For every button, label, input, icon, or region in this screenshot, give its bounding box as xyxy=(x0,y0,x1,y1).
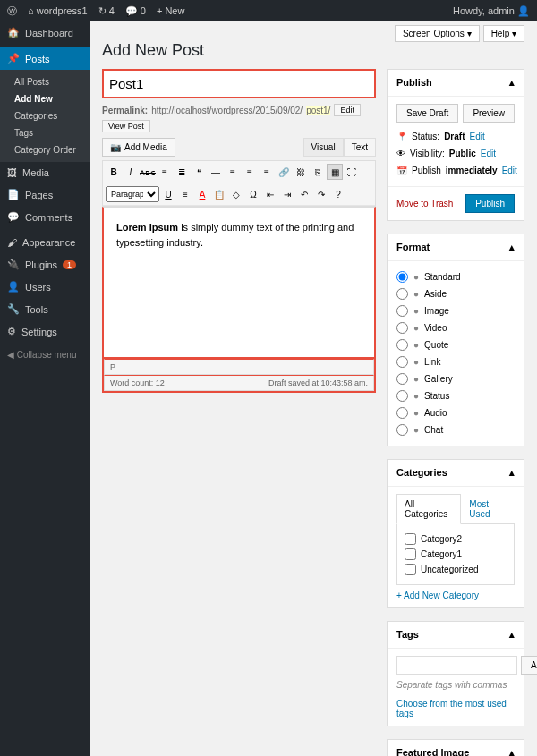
bold-button[interactable]: B xyxy=(106,164,122,180)
screen-options-button[interactable]: Screen Options ▾ xyxy=(395,25,480,42)
categories-box: Categories▴ All Categories Most Used Cat… xyxy=(387,459,524,608)
paste-button[interactable]: 📋 xyxy=(211,186,227,202)
menu-comments[interactable]: 💬 Comments xyxy=(0,206,90,228)
submenu-add-new[interactable]: Add New xyxy=(0,90,90,107)
submenu-all-posts[interactable]: All Posts xyxy=(0,73,90,90)
preview-button[interactable]: Preview xyxy=(463,104,515,123)
edit-visibility-link[interactable]: Edit xyxy=(481,149,496,158)
align-center-button[interactable]: ≡ xyxy=(242,164,258,180)
menu-settings[interactable]: ⚙ Settings xyxy=(0,320,90,343)
more-button[interactable]: ⎘ xyxy=(310,164,326,180)
tags-box-header[interactable]: Tags▴ xyxy=(388,622,524,649)
save-draft-button[interactable]: Save Draft xyxy=(396,104,458,123)
submenu-tags[interactable]: Tags xyxy=(0,124,90,141)
submenu-categories[interactable]: Categories xyxy=(0,107,90,124)
ul-button[interactable]: ≡ xyxy=(157,164,173,180)
format-option-link[interactable]: ● Link xyxy=(396,353,515,370)
post-title-input[interactable] xyxy=(102,69,376,98)
most-used-tab[interactable]: Most Used xyxy=(461,494,515,524)
format-option-audio[interactable]: ● Audio xyxy=(396,404,515,421)
hr-button[interactable]: — xyxy=(208,164,224,180)
menu-media[interactable]: 🖼 Media xyxy=(0,162,90,183)
format-option-standard[interactable]: ● Standard xyxy=(396,268,515,285)
category-uncategorized[interactable]: Uncategorized xyxy=(405,562,507,577)
textcolor-button[interactable]: A xyxy=(194,186,210,202)
add-category-link[interactable]: + Add New Category xyxy=(396,590,479,600)
element-path: P xyxy=(110,362,115,371)
format-option-video[interactable]: ● Video xyxy=(396,319,515,336)
text-tab[interactable]: Text xyxy=(344,138,376,157)
new-link[interactable]: + New xyxy=(157,5,185,16)
edit-status-link[interactable]: Edit xyxy=(469,132,484,141)
tags-box: Tags▴ Add Separate tags with commas Choo… xyxy=(387,621,524,726)
help-button[interactable]: Help ▾ xyxy=(483,25,524,42)
tag-input[interactable] xyxy=(396,656,517,675)
special-char-button[interactable]: Ω xyxy=(245,186,261,202)
word-count: Word count: 12 xyxy=(110,378,165,387)
wp-logo-icon[interactable]: ⓦ xyxy=(7,4,17,18)
categories-box-header[interactable]: Categories▴ xyxy=(388,460,524,487)
collapse-menu[interactable]: ◀ Collapse menu xyxy=(0,343,90,367)
all-categories-tab[interactable]: All Categories xyxy=(396,494,461,524)
align-left-button[interactable]: ≡ xyxy=(225,164,241,180)
menu-tools[interactable]: 🔧 Tools xyxy=(0,298,90,320)
justify-button[interactable]: ≡ xyxy=(177,186,193,202)
format-option-gallery[interactable]: ● Gallery xyxy=(396,370,515,387)
outdent-button[interactable]: ⇤ xyxy=(262,186,278,202)
menu-appearance[interactable]: 🖌 Appearance xyxy=(0,232,90,253)
fullscreen-button[interactable]: ⛶ xyxy=(344,164,360,180)
add-tag-button[interactable]: Add xyxy=(521,656,537,675)
quote-button[interactable]: ❝ xyxy=(191,164,207,180)
visual-tab[interactable]: Visual xyxy=(303,138,344,157)
view-post-button[interactable]: View Post xyxy=(102,120,150,132)
site-link[interactable]: ⌂ wordpress1 xyxy=(28,5,88,16)
add-media-button[interactable]: 📷 Add Media xyxy=(102,138,175,157)
autosave-status: Draft saved at 10:43:58 am. xyxy=(268,378,368,387)
underline-button[interactable]: U xyxy=(160,186,176,202)
account-link[interactable]: Howdy, admin 👤 xyxy=(453,5,530,17)
move-to-trash-link[interactable]: Move to Trash xyxy=(396,199,453,208)
toolbar-toggle-button[interactable]: ▦ xyxy=(327,164,343,180)
format-option-chat[interactable]: ● Chat xyxy=(396,421,515,438)
align-right-button[interactable]: ≡ xyxy=(259,164,275,180)
strike-button[interactable]: ᴀʙᴄ xyxy=(140,164,156,180)
format-box: Format▴ ● Standard ● Aside ● Image ● Vid… xyxy=(387,234,524,446)
clear-button[interactable]: ◇ xyxy=(228,186,244,202)
key-icon: 📍 xyxy=(396,132,407,141)
format-select[interactable]: Paragraph xyxy=(106,186,159,202)
eye-icon: 👁 xyxy=(396,149,405,158)
unlink-button[interactable]: ⛓ xyxy=(293,164,309,180)
category-category1[interactable]: Category1 xyxy=(405,547,507,562)
format-option-image[interactable]: ● Image xyxy=(396,302,515,319)
tag-hint: Separate tags with commas xyxy=(396,680,515,690)
edit-schedule-link[interactable]: Edit xyxy=(502,166,517,175)
format-box-header[interactable]: Format▴ xyxy=(388,234,524,261)
link-button[interactable]: 🔗 xyxy=(276,164,292,180)
help-icon-button[interactable]: ? xyxy=(330,186,346,202)
comments-link[interactable]: 💬 0 xyxy=(125,5,146,17)
menu-plugins[interactable]: 🔌 Plugins 1 xyxy=(0,253,90,276)
format-option-aside[interactable]: ● Aside xyxy=(396,285,515,302)
updates-link[interactable]: ↻ 4 xyxy=(98,5,115,17)
permalink-edit-button[interactable]: Edit xyxy=(334,104,361,116)
submenu-category-order[interactable]: Category Order xyxy=(0,141,90,158)
menu-users[interactable]: 👤 Users xyxy=(0,276,90,298)
publish-box-header[interactable]: Publish▴ xyxy=(388,70,524,97)
format-option-quote[interactable]: ● Quote xyxy=(396,336,515,353)
category-category2[interactable]: Category2 xyxy=(405,531,507,547)
italic-button[interactable]: I xyxy=(123,164,139,180)
ol-button[interactable]: ≣ xyxy=(174,164,190,180)
featured-image-header[interactable]: Featured Image▴ xyxy=(388,740,524,756)
format-option-status[interactable]: ● Status xyxy=(396,387,515,404)
menu-pages[interactable]: 📄 Pages xyxy=(0,183,90,206)
redo-button[interactable]: ↷ xyxy=(313,186,329,202)
featured-image-box: Featured Image▴ Set featured image xyxy=(387,739,524,756)
choose-tags-link[interactable]: Choose from the most used tags xyxy=(396,699,507,718)
undo-button[interactable]: ↶ xyxy=(296,186,312,202)
calendar-icon: 📅 xyxy=(396,166,407,175)
menu-posts[interactable]: 📌 Posts xyxy=(0,47,90,70)
menu-dashboard[interactable]: 🏠 Dashboard xyxy=(0,21,90,44)
editor-content[interactable]: Lorem Ipsum is simply dummy text of the … xyxy=(102,207,376,359)
indent-button[interactable]: ⇥ xyxy=(279,186,295,202)
publish-button[interactable]: Publish xyxy=(465,194,515,213)
